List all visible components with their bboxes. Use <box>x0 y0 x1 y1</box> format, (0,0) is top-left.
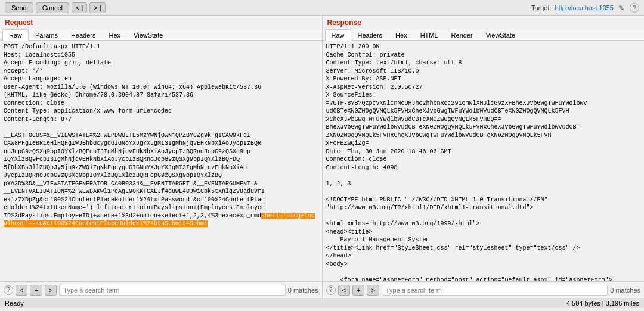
tab-params-request[interactable]: Params <box>29 29 64 41</box>
target-label: Target: <box>531 4 552 11</box>
target-url[interactable]: http://localhost:1055 <box>555 4 614 11</box>
byte-info: 4,504 bytes | 3,196 miles <box>566 300 639 307</box>
response-help-icon[interactable]: ? <box>326 285 336 295</box>
tab-headers-response[interactable]: Headers <box>351 29 389 41</box>
request-next-btn[interactable]: + <box>30 285 42 296</box>
tab-raw-request[interactable]: Raw <box>2 29 29 41</box>
two-panels: Request Raw Params Headers Hex ViewState… <box>0 16 644 298</box>
tab-html-response[interactable]: HTML <box>414 29 445 41</box>
request-content-wrapper: POST /Default.aspx HTTP/1.1 Host: localh… <box>0 41 322 281</box>
response-bottom-bar: ? < + > 0 matches <box>323 281 645 298</box>
tab-hex-response[interactable]: Hex <box>389 29 414 41</box>
tab-viewstate-response[interactable]: ViewState <box>479 29 522 41</box>
cancel-button[interactable]: Cancel <box>36 2 69 13</box>
nav-back-button[interactable]: < | <box>72 2 87 13</box>
nav-forward-button[interactable]: > | <box>89 2 105 13</box>
tab-viewstate-request[interactable]: ViewState <box>127 29 169 41</box>
request-header: Request <box>0 16 322 29</box>
request-bottom-bar: ? < + > 0 matches <box>0 281 322 298</box>
panels-wrapper: Request Raw Params Headers Hex ViewState… <box>0 16 644 308</box>
tab-hex-request[interactable]: Hex <box>103 29 128 41</box>
response-tabs: Raw Headers Hex HTML Render ViewState <box>323 29 645 41</box>
response-header: Response <box>323 16 645 29</box>
request-prev-btn[interactable]: < <box>16 285 27 296</box>
help-icon[interactable]: ? <box>630 3 639 13</box>
send-button[interactable]: Send <box>5 2 33 13</box>
response-next-btn[interactable]: + <box>352 285 364 296</box>
response-match-count: 0 matches <box>610 287 640 294</box>
status-bar: Ready 4,504 bytes | 3,196 miles <box>0 298 644 308</box>
request-search-input[interactable] <box>59 285 285 296</box>
tab-render-response[interactable]: Render <box>445 29 479 41</box>
request-match-count: 0 matches <box>288 287 318 294</box>
toolbar: Send Cancel < | > | Target: http://local… <box>0 0 644 16</box>
ready-label: Ready <box>5 300 24 307</box>
response-panel: Response Raw Headers Hex HTML Render Vie… <box>323 16 645 298</box>
response-prev-btn[interactable]: < <box>338 285 350 296</box>
request-text-normal: POST /Default.aspx HTTP/1.1 Host: localh… <box>4 43 265 219</box>
response-search-input[interactable] <box>382 285 608 296</box>
tab-raw-response[interactable]: Raw <box>325 29 351 41</box>
edit-icon[interactable]: ✎ <box>617 4 626 13</box>
response-down-btn[interactable]: > <box>367 285 379 296</box>
request-tabs: Raw Params Headers Hex ViewState <box>0 29 322 41</box>
request-panel: Request Raw Params Headers Hex ViewState… <box>0 16 323 298</box>
response-content-wrapper: HTTP/1.1 200 OK Cache-Control: private C… <box>323 41 645 281</box>
request-help-icon[interactable]: ? <box>4 285 13 295</box>
request-body: POST /Default.aspx HTTP/1.1 Host: localh… <box>0 41 322 281</box>
target-info: Target: http://localhost:1055 ✎ ? <box>531 3 639 13</box>
response-body: HTTP/1.1 200 OK Cache-Control: private C… <box>323 41 645 281</box>
response-content[interactable]: HTTP/1.1 200 OK Cache-Control: private C… <box>323 41 645 281</box>
request-content[interactable]: POST /Default.aspx HTTP/1.1 Host: localh… <box>0 41 322 281</box>
request-down-btn[interactable]: > <box>45 285 57 296</box>
tab-headers-request[interactable]: Headers <box>64 29 103 41</box>
